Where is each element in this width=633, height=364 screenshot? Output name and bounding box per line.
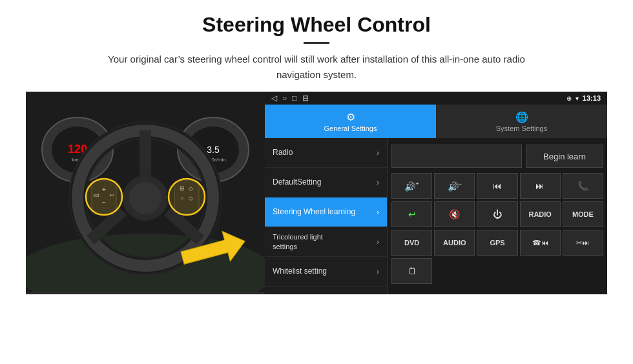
- control-grid-row2: ↩ 🔇 ⏻ RADIO MODE: [391, 201, 603, 227]
- volume-down-button[interactable]: 🔊−: [434, 173, 475, 199]
- dvd-button[interactable]: DVD: [391, 230, 432, 256]
- phone-icon: 📞: [577, 181, 588, 191]
- radio-row: Begin learn: [391, 142, 603, 170]
- location-icon: ⊕: [566, 95, 572, 102]
- menu-list: Radio › DefaultSetting › Steering Wheel …: [265, 138, 388, 294]
- mode-button[interactable]: MODE: [563, 201, 603, 227]
- radio-button[interactable]: RADIO: [520, 201, 561, 227]
- menu-item-radio[interactable]: Radio ›: [265, 138, 387, 168]
- power-icon: ⏻: [493, 209, 502, 219]
- recents-icon[interactable]: □: [292, 94, 296, 103]
- volume-up-icon: 🔊+: [404, 181, 419, 192]
- audio-button[interactable]: AUDIO: [434, 230, 475, 256]
- chevron-default-icon: ›: [377, 178, 379, 187]
- page-title: Steering Wheel Control: [26, 13, 607, 37]
- control-grid-row4: 🗒: [391, 258, 603, 284]
- radio-label: RADIO: [528, 210, 551, 218]
- mute-button[interactable]: 🔇: [434, 201, 475, 227]
- tab-general-settings[interactable]: ⚙ General Settings: [265, 105, 436, 138]
- menu-item-default-setting[interactable]: DefaultSetting ›: [265, 168, 387, 197]
- tab-general-label: General Settings: [324, 125, 377, 132]
- menu-item-whitelist[interactable]: Whitelist setting ›: [265, 257, 387, 287]
- settings-tabs: ⚙ General Settings 🌐 System Settings: [265, 105, 607, 138]
- car-photo: 120 km/h 3.5 x1000r/min: [26, 92, 265, 294]
- page-wrapper: Steering Wheel Control Your original car…: [0, 0, 633, 301]
- chevron-steering-icon: ›: [377, 208, 379, 217]
- button-panel: Begin learn 🔊+ 🔊− ⏮: [388, 138, 607, 294]
- android-ui: ◁ ○ □ ⊟ ⊕ ▾ 13:13 ⚙ General Settings: [265, 92, 607, 294]
- tab-system-settings[interactable]: 🌐 System Settings: [436, 105, 607, 138]
- home-icon[interactable]: ○: [282, 94, 287, 103]
- chevron-whitelist-icon: ›: [377, 267, 379, 276]
- tab-system-label: System Settings: [496, 125, 547, 132]
- menu-item-steering-label: Steering Wheel learning: [273, 207, 355, 217]
- general-settings-icon: ⚙: [346, 111, 355, 123]
- next-track-button[interactable]: ⏭: [520, 173, 561, 199]
- volume-down-icon: 🔊−: [448, 181, 462, 192]
- subtitle: Your original car’s steering wheel contr…: [90, 52, 543, 83]
- gps-button[interactable]: GPS: [477, 230, 517, 256]
- content-area: 120 km/h 3.5 x1000r/min: [26, 92, 607, 294]
- status-bar-right: ⊕ ▾ 13:13: [566, 94, 601, 102]
- radio-input-box: [391, 145, 522, 168]
- menu-item-tricoloured[interactable]: Tricoloured lightsettings ›: [265, 227, 387, 257]
- menu-item-default-label: DefaultSetting: [273, 177, 321, 188]
- menu-item-steering-wheel[interactable]: Steering Wheel learning ›: [265, 197, 387, 227]
- signal-icon: ▾: [576, 95, 579, 102]
- prev-icon: ⏮: [493, 181, 502, 191]
- skip-button[interactable]: ✂⏭: [563, 230, 603, 256]
- svg-point-29: [169, 179, 205, 215]
- gps-label: GPS: [490, 239, 504, 247]
- audio-label: AUDIO: [443, 239, 466, 247]
- chevron-radio-icon: ›: [377, 148, 379, 157]
- control-grid-row3: DVD AUDIO GPS ☎⏮ ✂⏭: [391, 230, 603, 256]
- steering-wheel-svg: 120 km/h 3.5 x1000r/min: [26, 92, 265, 292]
- skip-icon: ✂⏭: [576, 239, 589, 247]
- svg-point-17: [129, 182, 161, 214]
- power-button[interactable]: ⏻: [477, 201, 517, 227]
- car-image-section: 120 km/h 3.5 x1000r/min: [26, 92, 265, 294]
- phone-prev-button[interactable]: ☎⏮: [520, 230, 561, 256]
- answer-call-button[interactable]: ↩: [391, 201, 432, 227]
- menu-area: Radio › DefaultSetting › Steering Wheel …: [265, 138, 607, 294]
- title-divider: [304, 42, 329, 44]
- status-bar-left: ◁ ○ □ ⊟: [271, 94, 309, 103]
- menu-item-tricoloured-label: Tricoloured lightsettings: [273, 232, 323, 251]
- system-settings-icon: 🌐: [515, 111, 528, 123]
- time-display: 13:13: [583, 94, 601, 102]
- svg-text:3.5: 3.5: [207, 145, 220, 155]
- next-icon: ⏭: [535, 181, 545, 191]
- mute-icon: 🔇: [449, 209, 460, 219]
- menu-icon[interactable]: ⊟: [302, 94, 309, 103]
- dvd-label: DVD: [404, 239, 419, 247]
- begin-learn-button[interactable]: Begin learn: [526, 145, 603, 168]
- file-button[interactable]: 🗒: [391, 258, 432, 284]
- status-bar: ◁ ○ □ ⊟ ⊕ ▾ 13:13: [265, 92, 607, 105]
- menu-item-whitelist-label: Whitelist setting: [273, 267, 327, 277]
- volume-up-button[interactable]: 🔊+: [391, 173, 432, 199]
- prev-track-button[interactable]: ⏮: [477, 173, 517, 199]
- phone-prev-icon: ☎⏮: [532, 239, 548, 247]
- svg-point-28: [86, 179, 122, 215]
- control-grid-row1: 🔊+ 🔊− ⏮ ⏭ 📞: [391, 173, 603, 199]
- mode-label: MODE: [572, 210, 594, 218]
- phone-button[interactable]: 📞: [563, 173, 603, 199]
- file-icon: 🗒: [408, 266, 417, 276]
- back-icon[interactable]: ◁: [271, 94, 277, 103]
- header-section: Steering Wheel Control Your original car…: [26, 13, 607, 83]
- menu-item-radio-label: Radio: [273, 148, 293, 158]
- chevron-tricoloured-icon: ›: [377, 238, 379, 247]
- answer-icon: ↩: [408, 209, 416, 219]
